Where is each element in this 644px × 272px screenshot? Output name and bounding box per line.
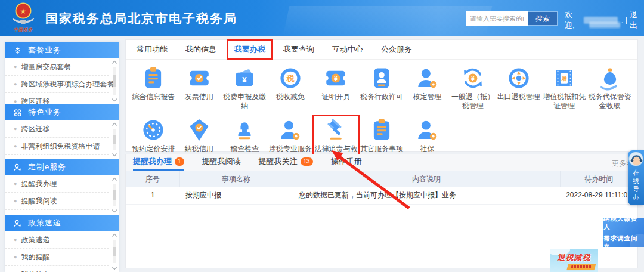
scroll-thumb[interactable] [113,190,116,200]
scroll-up-icon[interactable] [112,178,116,183]
sidebar-item-label: 政策速递 [21,235,49,245]
scroll-up-icon[interactable] [112,123,116,128]
welcome-label: 欢迎, [565,10,581,31]
reminder-tab-0[interactable]: 提醒我办理1 [133,154,184,171]
sidebar-item[interactable]: ●我的待办 [5,266,109,272]
scroll-down-icon[interactable] [112,208,116,212]
sidebar-item[interactable]: ●提醒我阅读 [5,193,109,210]
sidebar-item[interactable]: ●我的提醒 [5,249,109,266]
sidebar-section-title: 套餐业务 [28,45,61,55]
nav-tab-3[interactable]: 我要查询 [282,43,315,56]
scroll-track[interactable] [113,67,116,95]
svg-text:增: 增 [561,76,567,82]
sidebar-item[interactable]: ●政策速递 [5,231,109,249]
function-entry[interactable]: 税税收减免 [268,63,314,112]
sidebar-item[interactable]: ●提醒我办理 [5,175,109,193]
scroll-track[interactable] [113,129,116,150]
nav-tab-4[interactable]: 互动中心 [331,43,364,56]
svg-text:★: ★ [20,7,27,16]
scroll-down-icon[interactable] [112,265,116,270]
diamond-check-icon [187,118,212,143]
wallet-yen-icon: ¥ [232,66,257,91]
page-title: 国家税务总局北京市电子税务局 [45,10,237,27]
column-header: 待办时间 [560,171,637,187]
function-entry[interactable]: ¥证明开具 [313,63,359,112]
sidebar-item[interactable]: ●跨区迁移 [5,120,109,138]
sidebar-item-label: 提醒我办理 [21,179,57,189]
clipboard-icon [141,66,166,91]
sidebar-item-label: 非营利组织免税资格申请 [21,141,100,152]
survey-widget[interactable]: 纳税人缴费人 需求调查问卷 [603,218,644,247]
id-badge-icon [369,66,394,91]
user-gear-icon [415,118,440,143]
sidebar-section-header-3[interactable]: 政策速递 [5,215,119,231]
function-entry[interactable]: 核定管理 [404,63,450,112]
column-header: 事项名称 [179,171,293,187]
sidebar-section-header-0[interactable]: 套餐业务 [5,42,119,58]
gauge-icon [141,118,166,143]
function-entry-label: 税务代保管资金收取 [587,92,633,110]
reminder-table: 序号事项名称内容说明待办时间 1按期应申报您的数据已更新，当前可办理【按期应申报… [126,171,637,205]
nav-tab-5[interactable]: 公众服务 [380,43,413,56]
stack-icon [13,45,23,55]
sidebar-scrollbar [111,60,117,102]
user-icon [13,218,23,228]
nav-tab-1[interactable]: 我的信息 [184,43,218,56]
sidebar-item[interactable]: ●风险提示 [5,155,109,159]
reminder-tab-2[interactable]: 提醒我关注13 [259,154,313,171]
function-entry-label: 税务行政许可 [360,92,403,101]
header-divider [626,17,627,24]
function-entry-label: 稽查检查 [230,144,259,153]
sidebar-item-label: 我的提醒 [21,252,49,262]
scroll-up-icon[interactable] [112,61,116,66]
function-entry[interactable]: 增增值税抵扣凭证管理 [541,63,587,112]
scroll-down-icon[interactable] [112,152,116,156]
sidebar-item[interactable]: ●非营利组织免税资格申请 [5,138,109,155]
sidebar-item[interactable]: ●跨区域涉税事项综合办理套餐 [5,76,109,93]
reminder-tab-label: 提醒我办理 [133,156,172,167]
search-input[interactable] [466,11,528,26]
function-entry[interactable]: 税务行政许可 [359,63,405,112]
globe-icon [506,66,531,91]
svg-text:税: 税 [286,74,295,83]
function-entry[interactable]: 发票使用 [177,63,222,112]
icon-grid-row-1: 综合信息报告发票使用¥税费申报及缴纳税税收减免¥证明开具税务行政许可核定管理¥一… [126,60,637,112]
sidebar-item[interactable]: ●跨区迁移 [5,93,109,104]
scroll-thumb[interactable] [113,135,116,144]
main-nav-tabs: 常用功能我的信息我要办税我要查询互动中心公众服务 [126,40,637,60]
scroll-thumb[interactable] [113,75,116,87]
reminder-tab-1[interactable]: 提醒我阅读 [202,154,241,171]
scroll-thumb[interactable] [113,247,116,257]
app-header: ★ 中国税务 国家税务总局北京市电子税务局 搜索 欢迎, . 退出 [0,0,644,36]
scroll-track[interactable] [113,240,116,263]
function-entry-label: 证明开具 [321,92,350,101]
user-gear-icon [278,118,303,143]
sidebar-section-header-2[interactable]: 定制e服务 [5,159,119,175]
function-entry-label: 综合信息报告 [132,92,175,101]
function-entry[interactable]: ¥一般退（抵）税管理 [450,63,496,112]
sidebar-item[interactable]: ●增量房交易套餐 [5,58,109,76]
scroll-up-icon[interactable] [112,234,116,239]
tax-refund-banner[interactable]: 退税减税 [550,249,598,272]
function-entry[interactable]: 出口退税管理 [496,63,541,112]
logout-link[interactable]: 退出 [630,10,644,31]
count-badge: 13 [301,157,313,166]
user-icon [13,162,23,172]
search-button[interactable]: 搜索 [528,11,558,26]
reminder-tab-3[interactable]: 操作手册 [331,154,362,171]
online-guide-widget[interactable]: 在线导办 [628,150,644,205]
function-entry[interactable]: ¥税费申报及缴纳 [222,63,268,112]
bullet-icon: ● [14,143,17,149]
nav-tab-0[interactable]: 常用功能 [135,43,169,56]
sidebar-item[interactable]: ●提醒我关注 [5,210,109,215]
scroll-track[interactable] [113,184,116,206]
sidebar-section-header-1[interactable]: 特色业务 [5,104,119,120]
scroll-down-icon[interactable] [112,97,116,101]
function-entry[interactable]: 综合信息报告 [131,63,177,112]
survey-line1: 纳税人缴费人 [603,218,644,231]
nav-tab-2[interactable]: 我要办税 [233,43,267,56]
clipboard-icon [369,118,394,143]
table-row[interactable]: 1按期应申报您的数据已更新，当前可办理【按期应申报】业务2022-08-29 1… [126,187,637,204]
function-entry[interactable]: 税务代保管资金收取 [587,63,633,112]
reminder-tabs: 提醒我办理1提醒我阅读提醒我关注13操作手册 [133,154,362,171]
